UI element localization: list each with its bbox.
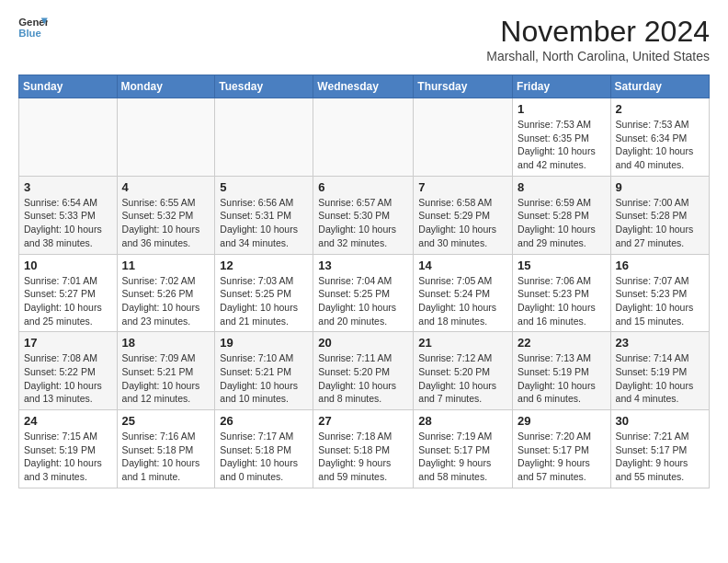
calendar-cell <box>313 98 414 177</box>
calendar-cell: 16Sunrise: 7:07 AM Sunset: 5:23 PM Dayli… <box>610 254 709 332</box>
day-detail: Sunrise: 7:17 AM Sunset: 5:18 PM Dayligh… <box>220 430 308 484</box>
calendar-cell: 13Sunrise: 7:04 AM Sunset: 5:25 PM Dayli… <box>313 254 414 332</box>
day-number: 16 <box>616 259 704 272</box>
day-detail: Sunrise: 7:53 AM Sunset: 6:35 PM Dayligh… <box>518 118 606 172</box>
day-detail: Sunrise: 7:21 AM Sunset: 5:17 PM Dayligh… <box>616 430 704 484</box>
calendar-cell: 24Sunrise: 7:15 AM Sunset: 5:19 PM Dayli… <box>19 410 118 488</box>
calendar-cell: 1Sunrise: 7:53 AM Sunset: 6:35 PM Daylig… <box>513 98 611 177</box>
day-detail: Sunrise: 7:11 AM Sunset: 5:20 PM Dayligh… <box>318 351 408 406</box>
calendar-cell: 9Sunrise: 7:00 AM Sunset: 5:28 PM Daylig… <box>610 176 709 254</box>
calendar-cell: 18Sunrise: 7:09 AM Sunset: 5:21 PM Dayli… <box>117 332 215 410</box>
calendar-cell: 21Sunrise: 7:12 AM Sunset: 5:20 PM Dayli… <box>414 332 513 410</box>
calendar-cell: 28Sunrise: 7:19 AM Sunset: 5:17 PM Dayli… <box>414 410 513 488</box>
svg-text:Blue: Blue <box>18 28 41 39</box>
day-number: 3 <box>24 180 112 194</box>
calendar-cell: 17Sunrise: 7:08 AM Sunset: 5:22 PM Dayli… <box>19 332 118 410</box>
day-number: 15 <box>518 259 606 272</box>
day-of-week-header: Wednesday <box>313 75 414 98</box>
day-detail: Sunrise: 7:08 AM Sunset: 5:22 PM Dayligh… <box>24 351 112 406</box>
calendar-cell: 26Sunrise: 7:17 AM Sunset: 5:18 PM Dayli… <box>215 410 313 488</box>
calendar-cell: 8Sunrise: 6:59 AM Sunset: 5:28 PM Daylig… <box>513 176 611 254</box>
day-detail: Sunrise: 6:55 AM Sunset: 5:32 PM Dayligh… <box>122 196 210 250</box>
calendar-week-row: 17Sunrise: 7:08 AM Sunset: 5:22 PM Dayli… <box>19 332 710 410</box>
day-of-week-header: Monday <box>117 75 215 98</box>
day-of-week-header: Thursday <box>414 75 513 98</box>
day-detail: Sunrise: 7:12 AM Sunset: 5:20 PM Dayligh… <box>418 351 507 406</box>
day-detail: Sunrise: 7:19 AM Sunset: 5:17 PM Dayligh… <box>418 430 507 484</box>
calendar-cell: 30Sunrise: 7:21 AM Sunset: 5:17 PM Dayli… <box>610 410 709 488</box>
day-detail: Sunrise: 7:01 AM Sunset: 5:27 PM Dayligh… <box>24 274 112 328</box>
day-detail: Sunrise: 7:05 AM Sunset: 5:24 PM Dayligh… <box>418 274 507 328</box>
calendar-cell: 15Sunrise: 7:06 AM Sunset: 5:23 PM Dayli… <box>513 254 611 332</box>
day-of-week-header: Saturday <box>610 75 709 98</box>
calendar-body: 1Sunrise: 7:53 AM Sunset: 6:35 PM Daylig… <box>19 98 710 488</box>
day-number: 28 <box>418 414 507 428</box>
day-number: 2 <box>616 102 704 116</box>
day-number: 8 <box>518 180 606 194</box>
day-detail: Sunrise: 7:03 AM Sunset: 5:25 PM Dayligh… <box>220 274 308 328</box>
day-number: 7 <box>418 180 507 194</box>
day-detail: Sunrise: 6:54 AM Sunset: 5:33 PM Dayligh… <box>24 196 112 250</box>
day-number: 20 <box>318 336 408 350</box>
calendar-cell: 2Sunrise: 7:53 AM Sunset: 6:34 PM Daylig… <box>610 98 709 177</box>
calendar-cell: 14Sunrise: 7:05 AM Sunset: 5:24 PM Dayli… <box>414 254 513 332</box>
calendar-week-row: 1Sunrise: 7:53 AM Sunset: 6:35 PM Daylig… <box>19 98 710 177</box>
day-detail: Sunrise: 6:56 AM Sunset: 5:31 PM Dayligh… <box>220 196 308 250</box>
day-number: 12 <box>220 259 308 272</box>
day-number: 23 <box>616 336 704 350</box>
logo: General Blue <box>18 15 48 40</box>
calendar-cell: 25Sunrise: 7:16 AM Sunset: 5:18 PM Dayli… <box>117 410 215 488</box>
day-detail: Sunrise: 7:02 AM Sunset: 5:26 PM Dayligh… <box>122 274 210 328</box>
calendar-cell: 29Sunrise: 7:20 AM Sunset: 5:17 PM Dayli… <box>513 410 611 488</box>
calendar-table: SundayMondayTuesdayWednesdayThursdayFrid… <box>18 75 710 488</box>
day-number: 29 <box>518 414 606 428</box>
day-number: 6 <box>318 180 408 194</box>
day-number: 4 <box>122 180 210 194</box>
calendar-cell <box>117 98 215 177</box>
day-detail: Sunrise: 7:09 AM Sunset: 5:21 PM Dayligh… <box>122 351 210 406</box>
page-header: General Blue November 2024 Marshall, Nor… <box>18 15 710 63</box>
calendar-header-row: SundayMondayTuesdayWednesdayThursdayFrid… <box>19 75 710 98</box>
day-number: 14 <box>418 259 507 272</box>
calendar-cell: 5Sunrise: 6:56 AM Sunset: 5:31 PM Daylig… <box>215 176 313 254</box>
day-detail: Sunrise: 7:15 AM Sunset: 5:19 PM Dayligh… <box>24 430 112 484</box>
calendar-cell <box>19 98 118 177</box>
calendar-cell: 27Sunrise: 7:18 AM Sunset: 5:18 PM Dayli… <box>313 410 414 488</box>
day-number: 24 <box>24 414 112 428</box>
calendar-week-row: 10Sunrise: 7:01 AM Sunset: 5:27 PM Dayli… <box>19 254 710 332</box>
day-number: 17 <box>24 336 112 350</box>
calendar-cell: 12Sunrise: 7:03 AM Sunset: 5:25 PM Dayli… <box>215 254 313 332</box>
logo-icon: General Blue <box>18 15 48 40</box>
day-detail: Sunrise: 7:00 AM Sunset: 5:28 PM Dayligh… <box>616 196 704 250</box>
day-number: 18 <box>122 336 210 350</box>
calendar-week-row: 3Sunrise: 6:54 AM Sunset: 5:33 PM Daylig… <box>19 176 710 254</box>
day-number: 5 <box>220 180 308 194</box>
day-number: 1 <box>518 102 606 116</box>
calendar-cell: 3Sunrise: 6:54 AM Sunset: 5:33 PM Daylig… <box>19 176 118 254</box>
day-detail: Sunrise: 7:06 AM Sunset: 5:23 PM Dayligh… <box>518 274 606 328</box>
day-number: 13 <box>318 259 408 272</box>
day-number: 11 <box>122 259 210 272</box>
calendar-cell <box>215 98 313 177</box>
day-detail: Sunrise: 7:04 AM Sunset: 5:25 PM Dayligh… <box>318 274 408 328</box>
day-detail: Sunrise: 6:57 AM Sunset: 5:30 PM Dayligh… <box>318 196 408 250</box>
day-of-week-header: Friday <box>513 75 611 98</box>
day-detail: Sunrise: 7:10 AM Sunset: 5:21 PM Dayligh… <box>220 351 308 406</box>
calendar-cell: 23Sunrise: 7:14 AM Sunset: 5:19 PM Dayli… <box>610 332 709 410</box>
day-number: 10 <box>24 259 112 272</box>
day-number: 27 <box>318 414 408 428</box>
day-of-week-header: Sunday <box>19 75 118 98</box>
day-detail: Sunrise: 6:59 AM Sunset: 5:28 PM Dayligh… <box>518 196 606 250</box>
calendar-cell: 19Sunrise: 7:10 AM Sunset: 5:21 PM Dayli… <box>215 332 313 410</box>
day-detail: Sunrise: 7:18 AM Sunset: 5:18 PM Dayligh… <box>318 430 408 484</box>
day-number: 19 <box>220 336 308 350</box>
calendar-cell: 11Sunrise: 7:02 AM Sunset: 5:26 PM Dayli… <box>117 254 215 332</box>
calendar-cell: 6Sunrise: 6:57 AM Sunset: 5:30 PM Daylig… <box>313 176 414 254</box>
calendar-cell <box>414 98 513 177</box>
day-detail: Sunrise: 6:58 AM Sunset: 5:29 PM Dayligh… <box>418 196 507 250</box>
title-block: November 2024 Marshall, North Carolina, … <box>486 15 710 63</box>
day-of-week-header: Tuesday <box>215 75 313 98</box>
calendar-cell: 7Sunrise: 6:58 AM Sunset: 5:29 PM Daylig… <box>414 176 513 254</box>
day-detail: Sunrise: 7:53 AM Sunset: 6:34 PM Dayligh… <box>616 118 704 172</box>
day-number: 22 <box>518 336 606 350</box>
